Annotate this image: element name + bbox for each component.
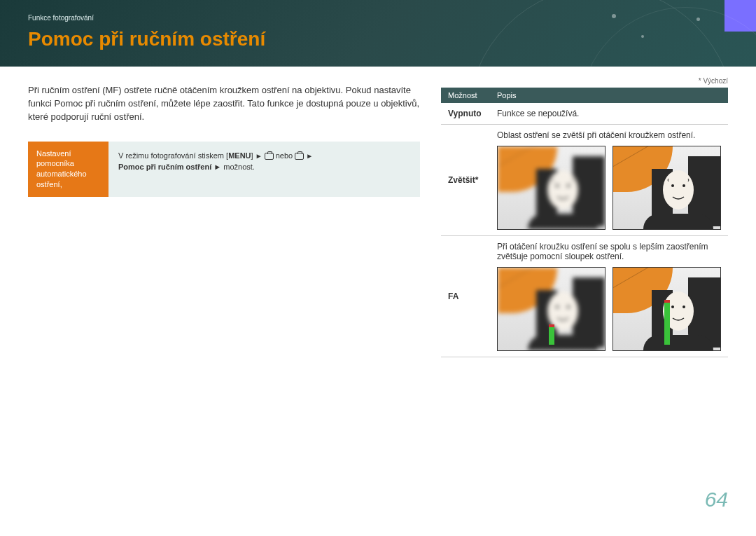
table-row: FA Při otáčení kroužku ostření se spolu … <box>441 236 728 357</box>
svg-point-2 <box>567 184 570 187</box>
svg-point-8 <box>567 305 570 308</box>
preview-image-fa-low <box>497 267 606 351</box>
camera2-icon <box>295 153 304 160</box>
or-label: nebo <box>276 151 293 160</box>
focus-bar-top-icon <box>664 300 670 303</box>
setting-prefix: V režimu fotografování stiskem [ <box>118 151 228 160</box>
focus-bar-icon <box>549 327 554 345</box>
svg-point-5 <box>682 184 685 187</box>
preview-image-fa-high <box>612 267 721 351</box>
setting-body: V režimu fotografování stiskem [MENU] ► … <box>108 142 420 197</box>
option-desc-cell: Oblast ostření se zvětší při otáčení kro… <box>490 125 728 236</box>
svg-point-11 <box>682 305 685 308</box>
preview-image-blurred <box>497 146 606 230</box>
svg-point-10 <box>671 305 674 308</box>
table-row: Zvětšit* Oblast ostření se zvětší při ot… <box>441 125 728 236</box>
option-name: Zvětšit* <box>441 125 490 236</box>
image-pair <box>497 267 721 351</box>
corner-tab <box>724 0 756 32</box>
option-name: FA <box>441 236 490 357</box>
table-head-desc: Popis <box>490 88 728 103</box>
table-header-row: Možnost Popis <box>441 88 728 103</box>
setting-line2-bold: Pomoc při ručním ostření <box>118 163 211 171</box>
svg-point-1 <box>556 184 559 187</box>
page-title: Pomoc při ručním ostření <box>28 28 265 50</box>
breadcrumb: Funkce fotografování <box>28 14 94 22</box>
option-desc: Při otáčení kroužku ostření se spolu s l… <box>497 242 708 261</box>
setting-line2-tail: ► možnost. <box>211 163 255 171</box>
content: Při ručním ostření (MF) ostřete ručně ot… <box>0 67 756 357</box>
header-band: Funkce fotografování Pomoc při ručním os… <box>0 0 756 67</box>
options-table: Možnost Popis Vypnuto Funkce se nepoužív… <box>441 88 728 357</box>
arrow-icon: ► <box>306 151 313 161</box>
setting-label: Nastavení pomocníka automatického ostřen… <box>28 142 108 197</box>
svg-point-4 <box>671 184 674 187</box>
option-desc: Oblast ostření se zvětší při otáčení kro… <box>497 130 695 140</box>
svg-point-0 <box>547 170 578 209</box>
image-pair <box>497 146 721 230</box>
option-desc: Funkce se nepoužívá. <box>490 103 728 125</box>
focus-bar-top-icon <box>549 324 554 327</box>
table-head-option: Možnost <box>441 88 490 103</box>
page-number: 64 <box>705 488 728 511</box>
right-column: * Výchozí Možnost Popis Vypnuto Funkce s… <box>441 84 728 357</box>
option-desc-cell: Při otáčení kroužku ostření se spolu s l… <box>490 236 728 357</box>
svg-point-7 <box>556 305 559 308</box>
intro-text: Při ručním ostření (MF) ostřete ručně ot… <box>28 84 420 124</box>
setting-box: Nastavení pomocníka automatického ostřen… <box>28 142 420 197</box>
default-note: * Výchozí <box>699 77 728 85</box>
arrow-icon: ► <box>255 151 262 161</box>
option-name: Vypnuto <box>441 103 490 125</box>
table-row: Vypnuto Funkce se nepoužívá. <box>441 103 728 125</box>
focus-bar-icon <box>664 303 670 345</box>
svg-point-3 <box>663 170 694 209</box>
camera1-icon <box>265 153 274 160</box>
left-column: Při ručním ostření (MF) ostřete ručně ot… <box>28 84 420 357</box>
preview-image-sharp <box>612 146 721 230</box>
menu-label: MENU <box>228 151 251 160</box>
